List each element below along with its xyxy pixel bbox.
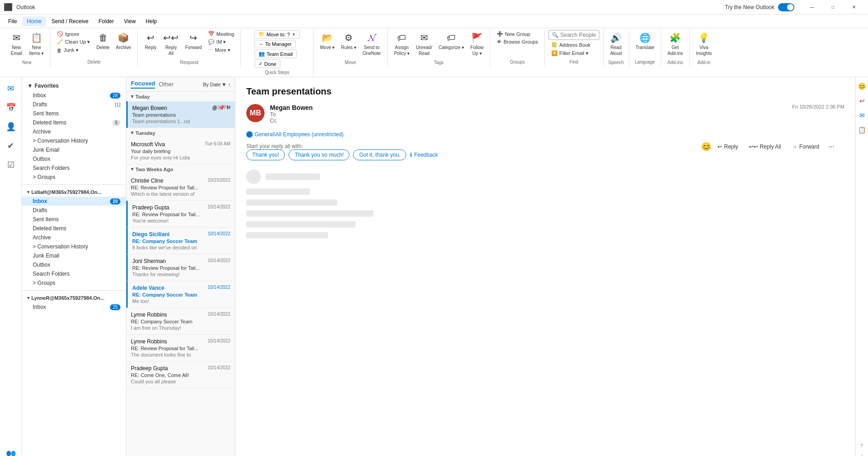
menu-folder[interactable]: Folder — [94, 16, 119, 26]
archive-button[interactable]: 📦 Archive — [113, 30, 134, 52]
sidebar-item-inbox-fav[interactable]: Inbox 28 — [22, 91, 126, 100]
sidebar-item-deleted-acc1[interactable]: Deleted Items — [22, 224, 126, 233]
email-item-joni[interactable]: Joni Sherman 10/14/2022 RE: Review Propo… — [126, 254, 235, 281]
send-to-onenote-button[interactable]: 𝓝 Send toOneNote — [360, 30, 384, 58]
junk-button[interactable]: 🗑 Junk ▾ — [54, 46, 93, 54]
filter-email-button[interactable]: 🔽 Filter Email ▾ — [549, 50, 591, 57]
email-item-pradeep2[interactable]: Pradeep Gupta 10/14/2022 RE: Come One, C… — [126, 362, 235, 388]
read-aloud-button[interactable]: 🔊 ReadAloud — [607, 30, 625, 58]
reply-button[interactable]: ↩ Reply — [141, 30, 160, 52]
new-email-button[interactable]: ✉ NewEmail — [7, 30, 25, 58]
sidebar-item-archive-fav[interactable]: Archive — [22, 127, 126, 136]
menu-send-receive[interactable]: Send / Receive — [47, 16, 93, 26]
sidebar-item-search-acc1[interactable]: Search Folders — [22, 269, 126, 278]
im-button[interactable]: 💬 IM ▾ — [205, 38, 237, 46]
tab-other[interactable]: Other — [159, 81, 174, 88]
right-action-emoji[interactable]: 😊 — [856, 81, 868, 92]
nav-calendar[interactable]: 📅 — [2, 100, 20, 115]
try-new-outlook-toggle[interactable] — [778, 3, 794, 11]
quick-reply-thankyoumuch[interactable]: Thank you so much! — [289, 149, 349, 160]
sort-button[interactable]: By Date ▼ ↑ — [203, 82, 230, 87]
sidebar-item-inbox-acc2[interactable]: Inbox 25 — [22, 302, 126, 312]
sidebar-account-1[interactable]: ▾ LidiaH@M365x75927984.On... — [22, 188, 126, 197]
viva-insights-button[interactable]: 💡 VivaInsights — [693, 30, 714, 58]
sidebar-item-sent-fav[interactable]: Sent Items — [22, 109, 126, 118]
nav-groups[interactable]: 👥 — [2, 446, 20, 456]
email-item-msviva[interactable]: Microsoft Viva Tue 6:04 AM Your daily br… — [126, 138, 235, 164]
date-group-tuesday[interactable]: ▾ Tuesday — [126, 128, 235, 138]
email-item-christie[interactable]: Christie Cline 10/15/2022 RE: Review Pro… — [126, 174, 235, 201]
sidebar-item-conv-fav[interactable]: > Conversation History — [22, 136, 126, 145]
done-button[interactable]: ✓ Done — [254, 59, 280, 68]
sidebar-item-groups-fav[interactable]: > Groups — [22, 173, 126, 182]
nav-mail[interactable]: ✉ — [2, 81, 20, 96]
sidebar-item-drafts-fav[interactable]: Drafts [1] — [22, 100, 126, 109]
email-item-lynne1[interactable]: Lynne Robbins 10/14/2022 RE: Company Soc… — [126, 308, 235, 335]
quick-reply-thankyou[interactable]: Thank you! — [246, 149, 285, 160]
team-email-button[interactable]: 👥 Team Email — [254, 50, 297, 58]
sidebar-item-outbox-acc1[interactable]: Outbox — [22, 260, 126, 269]
sidebar-item-drafts-acc1[interactable]: Drafts — [22, 206, 126, 215]
email-item-adele[interactable]: Adele Vance 10/14/2022 RE: Company Socce… — [126, 281, 235, 308]
sidebar-item-deleted-fav[interactable]: Deleted Items 5 — [22, 118, 126, 127]
menu-home[interactable]: Home — [22, 16, 46, 26]
reply-action-button[interactable]: ↩ Reply — [713, 142, 743, 152]
reply-all-button[interactable]: ↩↩ ReplyAll — [160, 30, 181, 58]
sidebar-account-2[interactable]: ▾ LynneR@M365x75927984.On... — [22, 293, 126, 302]
favorites-section[interactable]: ▼ Favorites — [22, 81, 126, 91]
browse-groups-button[interactable]: 👁 Browse Groups — [494, 38, 541, 45]
toggle-pill[interactable] — [778, 3, 794, 11]
right-action-down[interactable]: ↓ — [858, 451, 865, 456]
menu-view[interactable]: View — [120, 16, 140, 26]
close-button[interactable]: ✕ — [843, 0, 864, 15]
translate-button[interactable]: 🌐 Translate — [633, 30, 657, 52]
new-group-button[interactable]: ➕ New Group — [494, 30, 541, 38]
nav-tasks[interactable]: ✔ — [2, 138, 20, 154]
sidebar-item-groups-acc1[interactable]: > Groups — [22, 278, 126, 287]
date-group-twoweeks[interactable]: ▾ Two Weeks Ago — [126, 164, 235, 174]
menu-help[interactable]: Help — [141, 16, 162, 26]
right-action-up[interactable]: ↑ — [858, 440, 865, 451]
quick-reply-gotit[interactable]: Got it, thank you. — [353, 149, 406, 160]
email-item-pradeep1[interactable]: Pradeep Gupta 10/14/2022 RE: Review Prop… — [126, 201, 235, 228]
sidebar-item-sent-acc1[interactable]: Sent Items — [22, 215, 126, 224]
tab-focused[interactable]: Focused — [131, 80, 155, 89]
sidebar-item-junk-acc1[interactable]: Junk Email — [22, 251, 126, 260]
sidebar-item-search-fav[interactable]: Search Folders — [22, 164, 126, 173]
emoji-button[interactable]: 😊 — [701, 142, 711, 152]
follow-up-button[interactable]: 🚩 FollowUp ▾ — [468, 30, 486, 58]
sidebar-item-junk-fav[interactable]: Junk Email — [22, 145, 126, 154]
more-respond-button[interactable]: ⋯ More ▾ — [205, 46, 237, 54]
sidebar-item-outbox-fav[interactable]: Outbox — [22, 154, 126, 164]
ignore-button[interactable]: 🚫 Ignore — [54, 30, 93, 38]
search-people-input[interactable]: 🔍 Search People — [549, 30, 599, 40]
right-action-mail[interactable]: ✉ — [856, 110, 868, 121]
sidebar-item-conv-acc1[interactable]: > Conversation History — [22, 242, 126, 251]
maximize-button[interactable]: □ — [823, 0, 843, 15]
feedback-link[interactable]: ℹ Feedback — [410, 152, 438, 158]
rules-button[interactable]: ⚙ Rules ▾ — [338, 30, 359, 52]
unread-read-button[interactable]: ✉ Unread/Read — [413, 30, 435, 58]
email-item-lynne2[interactable]: Lynne Robbins 10/14/2022 RE: Review Prop… — [126, 335, 235, 362]
right-action-reply[interactable]: ↩ — [856, 95, 868, 106]
menu-file[interactable]: File — [4, 16, 21, 26]
nav-contacts[interactable]: 👤 — [2, 119, 20, 134]
to-manager-button[interactable]: → To Manager — [254, 40, 296, 48]
forward-action-button[interactable]: → Forward — [788, 142, 824, 152]
cleanup-button[interactable]: 🧹 Clean Up ▾ — [54, 38, 93, 46]
address-book-button[interactable]: 📒 Address Book — [549, 41, 593, 49]
forward-button[interactable]: ↪ Forward — [182, 30, 205, 52]
email-item-megan[interactable]: Megan Bowen 2:36 PM Team presentations T… — [126, 101, 235, 128]
sidebar-item-archive-acc1[interactable]: Archive — [22, 233, 126, 242]
minimize-button[interactable]: — — [802, 0, 823, 15]
more-action-button[interactable]: ··· — [826, 141, 837, 153]
get-addins-button[interactable]: 🧩 GetAdd-ins — [665, 30, 686, 58]
email-item-diego[interactable]: Diego Siciliani 10/14/2022 RE: Company S… — [126, 228, 235, 254]
right-action-clipboard[interactable]: 📋 — [856, 124, 868, 135]
move-button[interactable]: 📂 Move ▾ — [317, 30, 337, 52]
assign-policy-button[interactable]: 🏷 AssignPolicy ▾ — [391, 30, 412, 58]
date-group-today[interactable]: ▾ Today — [126, 92, 235, 101]
sidebar-item-inbox-acc1[interactable]: Inbox 20 — [22, 197, 126, 206]
move-to-button[interactable]: 📁 Move to: ? ▼ — [254, 30, 300, 39]
nav-todo[interactable]: ☑ — [2, 157, 20, 173]
